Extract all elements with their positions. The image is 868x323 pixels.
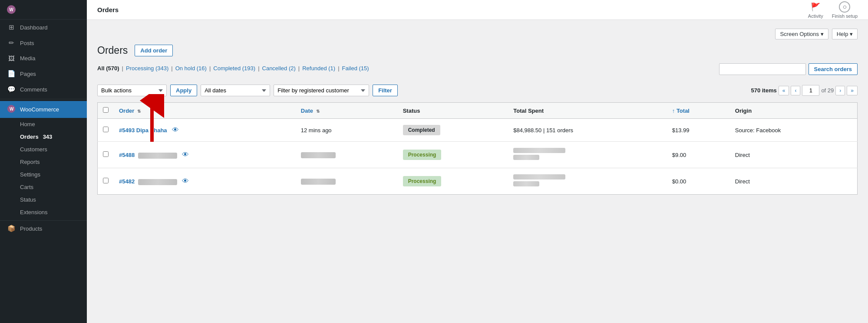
sidebar-sub-settings[interactable]: Settings: [0, 168, 87, 181]
row2-order: #5488 👁: [114, 142, 296, 168]
next-page-button[interactable]: ›: [835, 86, 845, 95]
last-page-button[interactable]: »: [847, 86, 858, 95]
products-icon: 📦: [7, 225, 16, 232]
row1-origin: Source: Facebook: [730, 119, 858, 142]
row2-origin: Direct: [730, 142, 858, 168]
arrow-row: [98, 142, 858, 142]
row3-order: #5482 👁: [114, 168, 296, 195]
activity-icon: 🚩: [810, 1, 821, 13]
sidebar-item-label: Products: [20, 225, 42, 232]
search-orders-button[interactable]: Search orders: [809, 63, 858, 75]
column-origin: Origin: [730, 103, 858, 119]
sidebar-sub-status[interactable]: Status: [0, 193, 87, 206]
finish-setup-button[interactable]: ○ Finish setup: [832, 1, 858, 19]
activity-button[interactable]: 🚩 Activity: [808, 1, 823, 19]
row2-order-link[interactable]: #5488: [119, 152, 135, 158]
table-row: #5482 👁 Processing: [98, 168, 858, 195]
order-sort-icon: ⇅: [137, 109, 141, 114]
sidebar-item-label: Comments: [20, 86, 47, 93]
sidebar-item-woocommerce[interactable]: W WooCommerce: [0, 101, 87, 118]
filter-tab-refunded[interactable]: Refunded (1): [302, 64, 335, 72]
apply-button[interactable]: Apply: [170, 85, 197, 96]
dates-select[interactable]: All dates: [201, 85, 270, 96]
filter-tab-cancelled[interactable]: Cancelled (2): [262, 64, 296, 72]
filter-tab-failed[interactable]: Failed (15): [342, 64, 369, 72]
column-order[interactable]: Order ⇅: [114, 103, 296, 119]
pagination-info: 570 items « ‹ of 29 › »: [751, 85, 858, 96]
row2-eye-icon[interactable]: 👁: [182, 151, 189, 158]
sidebar-item-media[interactable]: 🖼 Media: [0, 51, 87, 66]
sidebar: W ⊞ Dashboard ✏ Posts 🖼 Media 📄 Pages 💬 …: [0, 0, 87, 323]
topbar: Orders 🚩 Activity ○ Finish setup: [87, 0, 868, 20]
first-page-button[interactable]: «: [779, 86, 789, 95]
row3-order-link[interactable]: #5482: [119, 178, 135, 185]
row1-status: Completed: [398, 119, 508, 142]
sidebar-sub-orders[interactable]: Orders 343: [0, 131, 87, 143]
filter-customer-select[interactable]: Filter by registered customer: [274, 85, 369, 96]
row2-status-badge: Processing: [403, 150, 442, 160]
sidebar-sub-carts[interactable]: Carts: [0, 181, 87, 193]
sidebar-sub-label: Status: [20, 196, 36, 203]
row1-eye-icon[interactable]: 👁: [172, 126, 179, 134]
main-content: Orders 🚩 Activity ○ Finish setup Screen …: [87, 0, 868, 323]
help-button[interactable]: Help ▾: [832, 29, 858, 39]
sidebar-sub-extensions[interactable]: Extensions: [0, 206, 87, 219]
filter-tab-completed[interactable]: Completed (193): [213, 64, 255, 72]
orders-badge: 343: [43, 134, 53, 140]
add-order-button[interactable]: Add order: [135, 45, 173, 56]
sidebar-item-products[interactable]: 📦 Products: [0, 220, 87, 236]
actions-row: Bulk actions Mark processing Mark on hol…: [97, 85, 858, 96]
row3-spent-blurred-2: [513, 181, 539, 186]
filter-tab-processing[interactable]: Processing (343): [126, 64, 168, 72]
column-total[interactable]: ↑ Total: [667, 103, 730, 119]
search-input[interactable]: [719, 63, 806, 75]
sidebar-item-pages[interactable]: 📄 Pages: [0, 66, 87, 82]
row1-date: 12 mins ago: [296, 119, 398, 142]
row1-order-link[interactable]: #5493 Dipa Shaha: [119, 127, 167, 134]
woocommerce-section: W WooCommerce Home Orders 343 Customers …: [0, 99, 87, 219]
row2-status: Processing: [398, 142, 508, 168]
woocommerce-icon: W: [7, 105, 16, 114]
sidebar-sub-label: Orders: [20, 134, 39, 140]
sidebar-item-label: Posts: [20, 40, 34, 46]
row2-checkbox[interactable]: [103, 151, 109, 157]
sidebar-sub-home[interactable]: Home: [0, 118, 87, 131]
prev-page-button[interactable]: ‹: [791, 86, 800, 95]
comments-icon: 💬: [7, 85, 16, 93]
row3-name-blurred: [138, 179, 177, 185]
select-all-checkbox[interactable]: [103, 107, 109, 113]
items-count: 570 items: [751, 87, 776, 94]
row3-spent-blurred-1: [513, 174, 565, 179]
date-sort-icon: ⇅: [316, 109, 320, 114]
row1-checkbox[interactable]: [103, 127, 109, 132]
sidebar-sub-customers[interactable]: Customers: [0, 143, 87, 156]
screen-options-bar: Screen Options ▾ Help ▾: [97, 29, 858, 39]
finish-setup-label: Finish setup: [832, 13, 858, 19]
total-sort-icon: ↑: [672, 108, 675, 114]
sidebar-item-posts[interactable]: ✏ Posts: [0, 35, 87, 51]
row1-checkbox-cell: [98, 119, 114, 142]
pages-icon: 📄: [7, 70, 16, 78]
select-all-header: [98, 103, 114, 119]
sidebar-sub-label: Settings: [20, 171, 40, 178]
sidebar-sub-reports[interactable]: Reports: [0, 156, 87, 168]
row1-total-spent: $84,988.50 | 151 orders: [508, 119, 667, 142]
row3-origin: Direct: [730, 168, 858, 195]
row3-checkbox[interactable]: [103, 178, 109, 183]
bulk-actions-select[interactable]: Bulk actions Mark processing Mark on hol…: [97, 85, 167, 96]
row2-total: $9.00: [667, 142, 730, 168]
page-number-input[interactable]: [802, 85, 819, 96]
row3-checkbox-cell: [98, 168, 114, 195]
filter-tab-on-hold[interactable]: On hold (16): [175, 64, 207, 72]
filter-tab-all[interactable]: All (570): [97, 64, 119, 72]
sidebar-item-comments[interactable]: 💬 Comments: [0, 82, 87, 97]
screen-options-button[interactable]: Screen Options ▾: [775, 29, 828, 39]
sidebar-item-label: WooCommerce: [20, 106, 59, 113]
row3-total: $0.00: [667, 168, 730, 195]
filter-button[interactable]: Filter: [373, 85, 398, 96]
column-date[interactable]: Date ⇅: [296, 103, 398, 119]
orders-table: Order ⇅ Date ⇅ Status Total Spent ↑ Tota…: [97, 102, 858, 195]
row3-eye-icon[interactable]: 👁: [182, 177, 189, 185]
table-row: #5488 👁 Processing: [98, 142, 858, 168]
sidebar-item-dashboard[interactable]: ⊞ Dashboard: [0, 20, 87, 35]
